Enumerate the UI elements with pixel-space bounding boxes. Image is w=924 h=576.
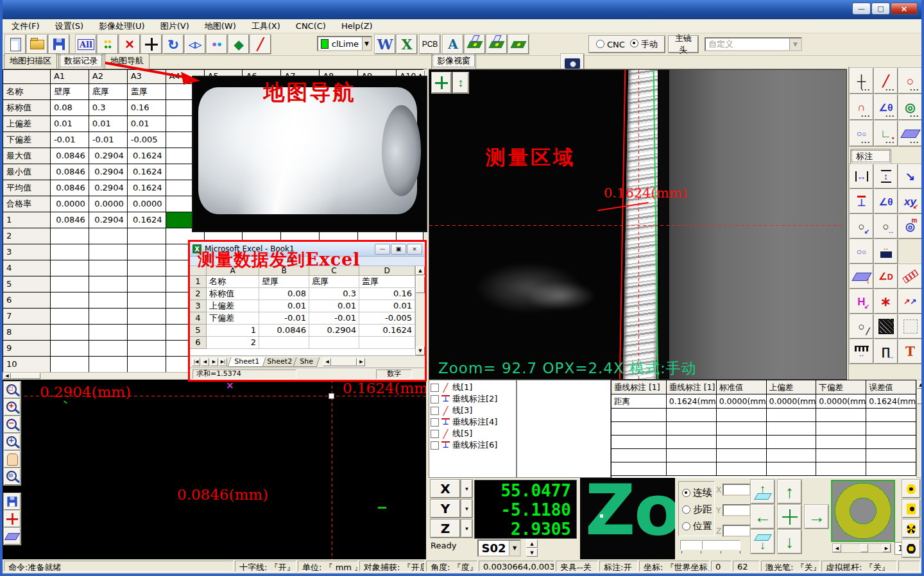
jog-z-input[interactable] [723, 525, 751, 537]
v-distance-button[interactable]: ↕ [874, 164, 898, 189]
results-cell[interactable] [667, 462, 717, 476]
select-all-button[interactable]: All [76, 35, 96, 54]
axis-z-button[interactable]: Z [431, 520, 460, 538]
excel-cell[interactable]: -0.01 [309, 312, 359, 325]
excel-row-number[interactable]: 2 [190, 288, 207, 300]
trim-line-button[interactable]: ╱ [250, 35, 271, 54]
checkbox[interactable] [431, 384, 439, 392]
table-cell[interactable] [89, 244, 128, 260]
new-file-button[interactable] [5, 35, 26, 54]
excel-cell[interactable]: 上偏差 [207, 300, 259, 312]
results-cell[interactable] [767, 436, 817, 449]
spin-up-icon[interactable]: ▲ [526, 539, 538, 548]
jog-z-up-button[interactable]: ↑ [751, 480, 774, 504]
table-cell[interactable] [128, 292, 166, 309]
table-cell[interactable] [128, 244, 166, 260]
excel-column-header[interactable]: D [359, 266, 415, 276]
results-cell[interactable] [667, 409, 717, 422]
list-item[interactable]: ╱线[1] [431, 382, 516, 393]
list-item[interactable]: ⊥垂线标注[4] [431, 416, 516, 428]
scrollbar-thumb[interactable] [11, 373, 40, 379]
excel-cell[interactable]: 0.3 [309, 288, 359, 300]
table-cell[interactable] [51, 244, 89, 260]
table-cell[interactable]: 0.1624 [128, 212, 166, 228]
results-cell[interactable] [767, 462, 817, 476]
word-export-button[interactable]: W [375, 35, 395, 54]
jog-y-input[interactable] [723, 504, 751, 516]
table-cell[interactable]: 0.0846 [51, 212, 89, 228]
excel-cell[interactable]: 0.0846 [259, 325, 309, 337]
table-cell[interactable]: 0.2904 [89, 164, 128, 180]
results-cell[interactable] [816, 422, 866, 436]
table-cell[interactable]: 0.0846 [51, 148, 89, 164]
table-cell[interactable] [51, 325, 89, 341]
sheet-tab-2[interactable]: Sheet2 [260, 357, 298, 367]
scroll-right-icon[interactable]: ▶ [882, 544, 891, 552]
table-cell[interactable] [89, 341, 128, 357]
pcb-button[interactable]: PCB [420, 35, 440, 54]
main-lens-button[interactable]: 主镜头 [669, 36, 698, 53]
table-cell[interactable]: 0.01 [51, 116, 89, 132]
axis-x-dropdown[interactable]: ▼ [461, 480, 472, 498]
table-cell[interactable]: 0.08 [51, 100, 89, 116]
plane-view-button[interactable] [4, 528, 21, 545]
board-point-button[interactable] [486, 35, 507, 54]
results-cell[interactable] [612, 436, 667, 449]
excel-cell[interactable] [259, 337, 309, 349]
next-sheet-icon[interactable]: ▶ [210, 358, 218, 366]
move-origin-button[interactable] [4, 511, 21, 527]
zoom-in-button[interactable]: + [4, 399, 21, 416]
point-button[interactable]: ┼ [850, 68, 873, 94]
arc-button[interactable]: ∩ [850, 94, 873, 120]
results-cell[interactable] [612, 422, 667, 436]
scroll-left-icon[interactable]: ◀ [833, 544, 841, 552]
table-cell[interactable]: 0.16 [128, 100, 166, 116]
table-cell[interactable]: 壁厚 [51, 84, 89, 100]
results-column-header[interactable]: 垂线标注 [1] [667, 380, 717, 394]
results-cell[interactable] [816, 436, 866, 449]
zoom-window-button[interactable]: □ [4, 382, 21, 398]
table-cell[interactable]: 0.01 [89, 116, 128, 132]
excel-cell[interactable]: 0.01 [359, 300, 415, 312]
chevron-down-icon[interactable]: ▼ [509, 541, 520, 555]
table-cell[interactable]: 0.1624 [128, 148, 166, 164]
region-select-button[interactable] [898, 314, 922, 339]
axis-z-dropdown[interactable]: ▼ [461, 520, 472, 538]
tab-map-scan[interactable]: 地图扫描区 [4, 53, 57, 69]
results-cell[interactable]: 距离 [612, 394, 667, 409]
column-header[interactable]: A1 [51, 70, 89, 84]
scroll-up-icon[interactable]: ▲ [917, 380, 924, 389]
excel-cell[interactable]: 0.16 [359, 288, 415, 300]
table-cell[interactable] [51, 276, 89, 292]
coordinate-system-button[interactable]: ∟• [874, 121, 898, 146]
delete-cross-button[interactable]: × [119, 35, 140, 54]
jog-x-plus-button[interactable]: → [805, 505, 828, 529]
table-cell[interactable] [51, 357, 89, 373]
jog-x-minus-button[interactable]: ← [751, 505, 774, 529]
match-points-button[interactable]: ●●●● [98, 35, 118, 54]
chevron-down-icon[interactable]: ▼ [789, 38, 801, 50]
sheet-tab-1[interactable]: Sheet1 [228, 357, 266, 367]
results-cell[interactable] [717, 409, 767, 422]
point-transform-button[interactable]: ●● [207, 35, 227, 54]
results-cell[interactable] [717, 436, 767, 449]
vertical-move-button[interactable]: ↕ [453, 72, 468, 93]
angle-d-button[interactable]: ∠D [874, 264, 898, 289]
speed-slider[interactable] [680, 540, 742, 550]
first-sheet-icon[interactable]: |◀ [192, 358, 200, 366]
excel-row-number[interactable]: 5 [190, 325, 207, 337]
results-cell[interactable] [612, 462, 667, 476]
excel-close-button[interactable]: × [407, 244, 422, 255]
board-probe-button[interactable] [508, 35, 529, 54]
slider-track[interactable] [702, 540, 740, 550]
table-cell[interactable]: -0.01 [51, 132, 89, 148]
results-cell[interactable] [612, 409, 667, 422]
radius-button[interactable]: ○↙ [850, 214, 873, 239]
results-cell[interactable]: 0.0000(mm) [816, 394, 866, 409]
board-teach-button[interactable] [465, 35, 485, 54]
spin-down-icon[interactable]: ▼ [526, 548, 538, 557]
save-map-button[interactable] [4, 493, 21, 510]
cad-position-button[interactable]: A [443, 35, 463, 54]
title-bar[interactable]: — □ × [0, 0, 924, 19]
list-item[interactable]: ╱线[5] [431, 428, 516, 439]
